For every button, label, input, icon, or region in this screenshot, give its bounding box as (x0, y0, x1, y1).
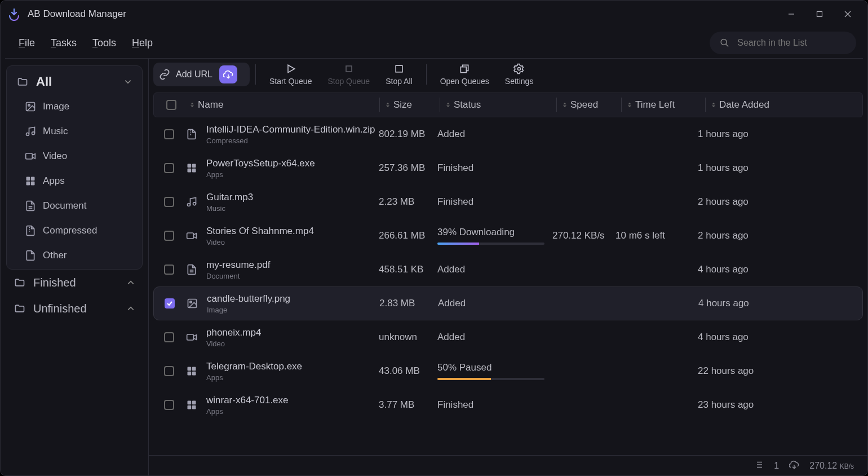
cell-status: Finished (437, 196, 473, 208)
svg-rect-30 (192, 401, 196, 405)
svg-rect-9 (26, 182, 30, 186)
sidebar-item-video[interactable]: Video (9, 144, 140, 169)
cell-date: 4 hours ago (698, 332, 749, 343)
cell-category: Video (206, 238, 314, 246)
search-icon (720, 37, 729, 49)
cell-name: candle-butterfly.png (207, 293, 290, 305)
sidebar-item-compressed[interactable]: Compressed (9, 218, 140, 243)
cell-date: 1 hours ago (698, 129, 749, 140)
search-box[interactable] (710, 32, 856, 54)
cell-name: winrar-x64-701.exe (206, 395, 289, 406)
cell-size: 2.83 MB (379, 298, 415, 309)
menu-tools[interactable]: Tools (92, 37, 116, 49)
th-size[interactable]: Size (381, 99, 440, 111)
search-input[interactable] (737, 38, 846, 48)
cell-category: Document (206, 272, 270, 280)
row-checkbox[interactable] (164, 400, 174, 410)
table-row[interactable]: Guitar.mp3Music2.23 MBFinished2 hours ag… (153, 185, 863, 219)
title-bar: AB Download Manager (1, 1, 867, 28)
svg-rect-10 (31, 182, 35, 186)
app-logo-icon (7, 7, 21, 21)
table-row[interactable]: Telegram-Desktop.exeApps43.06 MB50% Paus… (153, 354, 863, 388)
cell-date: 23 hours ago (698, 399, 754, 411)
status-speed-value: 270.12 (809, 461, 837, 470)
open-queues-button[interactable]: Open Queues (432, 60, 497, 89)
cell-name: phoneix.mp4 (206, 327, 261, 338)
sidebar-item-other[interactable]: Other (9, 243, 140, 268)
table-row[interactable]: phoneix.mp4VideounknownAdded4 hours ago (153, 320, 863, 354)
start-queue-button[interactable]: Start Queue (262, 60, 320, 89)
table-row[interactable]: PowerToysSetup-x64.exeApps257.36 MBFinis… (153, 151, 863, 185)
svg-rect-29 (188, 401, 192, 405)
cell-status: 39% Downloading (437, 227, 552, 238)
row-checkbox[interactable] (165, 298, 175, 308)
settings-button[interactable]: Settings (497, 60, 542, 89)
stop-all-button[interactable]: Stop All (378, 60, 420, 89)
row-checkbox[interactable] (164, 366, 174, 376)
table-row[interactable]: candle-butterfly.pngImage2.83 MBAdded4 h… (153, 287, 863, 320)
sidebar-item-document[interactable]: Document (9, 193, 140, 218)
start-queue-label: Start Queue (269, 77, 312, 86)
close-button[interactable] (835, 5, 861, 23)
select-all-checkbox[interactable] (166, 100, 176, 110)
svg-point-20 (193, 202, 196, 205)
cell-category: Video (206, 340, 261, 348)
cell-category: Image (207, 306, 290, 314)
toolbar: Add URL Start Queue Stop Queue Stop All (149, 59, 867, 90)
row-checkbox[interactable] (164, 231, 174, 241)
svg-point-23 (190, 301, 192, 303)
sort-icon (384, 102, 391, 108)
sidebar-item-apps[interactable]: Apps (9, 169, 140, 193)
maximize-button[interactable] (807, 5, 832, 23)
content: Add URL Start Queue Stop Queue Stop All (148, 59, 867, 475)
compressed-icon (25, 225, 36, 236)
video-icon (25, 151, 36, 162)
cell-size: 2.23 MB (379, 196, 414, 208)
table-row[interactable]: Stories Of Shahnme.mp4Video266.61 MB39% … (153, 219, 863, 253)
table-body: IntelliJ-IDEA-Community-Edition.win.zipC… (152, 117, 864, 455)
sidebar-item-image[interactable]: Image (9, 94, 140, 119)
svg-rect-0 (817, 12, 822, 17)
cell-category: Apps (206, 373, 302, 382)
add-url-button[interactable]: Add URL (153, 63, 250, 86)
sidebar-group-unfinished[interactable]: Unfinished (6, 296, 143, 321)
th-speed[interactable]: Speed (558, 99, 621, 111)
minimize-button[interactable] (778, 5, 804, 23)
sidebar-all[interactable]: All (9, 69, 140, 94)
table-row[interactable]: winrar-x64-701.exeApps3.77 MBFinished23 … (153, 388, 863, 422)
menu-tasks[interactable]: Tasks (51, 37, 77, 49)
svg-rect-11 (346, 66, 352, 72)
th-name[interactable]: Name (185, 99, 379, 111)
stop-queue-button[interactable]: Stop Queue (320, 60, 378, 89)
svg-rect-8 (31, 177, 35, 181)
apps-icon (185, 398, 198, 412)
cell-status: Added (438, 298, 466, 309)
row-checkbox[interactable] (164, 163, 174, 173)
cell-name: IntelliJ-IDEA-Community-Edition.win.zip (206, 124, 375, 135)
menu-help[interactable]: Help (132, 37, 153, 49)
stop-queue-label: Stop Queue (327, 77, 370, 86)
document-icon (25, 200, 36, 211)
status-selected-count: 1 (774, 461, 779, 471)
sidebar-item-label: Video (43, 151, 67, 162)
status-speed-unit: KB/s (840, 462, 854, 470)
th-time[interactable]: Time Left (623, 99, 705, 111)
sort-icon (561, 102, 568, 108)
table-row[interactable]: my-resume.pdfDocument458.51 KBAdded4 hou… (153, 253, 863, 287)
th-status[interactable]: Status (441, 99, 556, 111)
toolbar-divider (426, 64, 427, 85)
stop-all-icon (393, 63, 405, 74)
document-icon (185, 263, 198, 276)
row-checkbox[interactable] (164, 332, 174, 342)
menu-file[interactable]: File (19, 37, 35, 49)
row-checkbox[interactable] (164, 129, 174, 139)
cell-category: Apps (206, 407, 289, 416)
sidebar-item-music[interactable]: Music (9, 119, 140, 144)
row-checkbox[interactable] (164, 197, 174, 207)
th-date[interactable]: Date Added (707, 99, 862, 111)
sidebar-group-finished[interactable]: Finished (6, 270, 143, 296)
table-row[interactable]: IntelliJ-IDEA-Community-Edition.win.zipC… (153, 117, 863, 151)
sidebar-item-label: Compressed (43, 225, 97, 236)
apps-icon (185, 161, 198, 175)
row-checkbox[interactable] (164, 265, 174, 275)
